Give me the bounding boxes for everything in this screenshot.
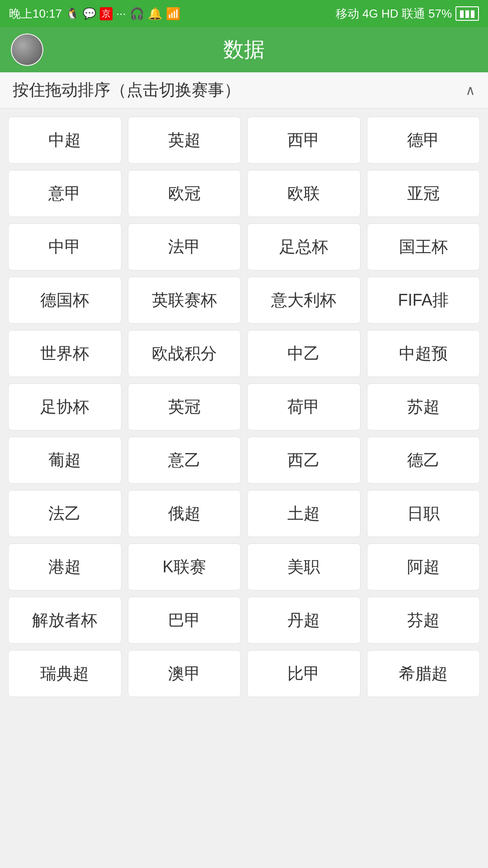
sort-bar[interactable]: 按住拖动排序（点击切换赛事） ∧: [0, 72, 488, 108]
league-item-25[interactable]: 意乙: [128, 437, 241, 484]
league-item-30[interactable]: 土超: [247, 490, 361, 537]
headphone-icon: 🎧: [130, 7, 144, 21]
wifi-icon: 📶: [166, 7, 180, 21]
league-item-21[interactable]: 英冠: [128, 383, 241, 430]
league-item-17[interactable]: 欧战积分: [128, 330, 241, 377]
time-display: 晚上10:17: [9, 6, 62, 22]
league-item-39[interactable]: 芬超: [367, 597, 480, 644]
league-item-23[interactable]: 苏超: [367, 383, 480, 430]
status-bar: 晚上10:17 🐧 💬 京 ··· 🎧 🔔 📶 移动 4G HD 联通 57% …: [0, 0, 488, 27]
avatar[interactable]: [11, 33, 43, 66]
league-item-36[interactable]: 解放者杯: [8, 597, 122, 644]
league-item-0[interactable]: 中超: [8, 117, 122, 164]
league-item-1[interactable]: 英超: [128, 117, 241, 164]
header: 数据: [0, 27, 488, 72]
alarm-icon: 🔔: [148, 7, 162, 21]
carrier-signal: 移动 4G HD 联通 57%: [336, 6, 452, 22]
league-item-38[interactable]: 丹超: [247, 597, 361, 644]
league-item-2[interactable]: 西甲: [247, 117, 361, 164]
league-item-24[interactable]: 葡超: [8, 437, 122, 484]
league-item-26[interactable]: 西乙: [247, 437, 361, 484]
league-item-13[interactable]: 英联赛杯: [128, 277, 241, 324]
league-item-7[interactable]: 亚冠: [367, 170, 480, 217]
battery-icon: ▮▮▮: [455, 6, 479, 21]
league-item-20[interactable]: 足协杯: [8, 383, 122, 430]
league-item-42[interactable]: 比甲: [247, 650, 361, 697]
league-item-6[interactable]: 欧联: [247, 170, 361, 217]
league-item-12[interactable]: 德国杯: [8, 277, 122, 324]
page-title: 数据: [223, 36, 265, 64]
league-item-28[interactable]: 法乙: [8, 490, 122, 537]
more-icon: ···: [116, 7, 126, 21]
league-item-11[interactable]: 国王杯: [367, 223, 480, 270]
league-item-31[interactable]: 日职: [367, 490, 480, 537]
status-right: 移动 4G HD 联通 57% ▮▮▮: [336, 6, 479, 22]
league-item-10[interactable]: 足总杯: [247, 223, 361, 270]
grid-container: 中超英超西甲德甲意甲欧冠欧联亚冠中甲法甲足总杯国王杯德国杯英联赛杯意大利杯FIF…: [0, 108, 488, 705]
league-item-8[interactable]: 中甲: [8, 223, 122, 270]
qq-icon: 🐧: [66, 7, 79, 20]
league-item-35[interactable]: 阿超: [367, 543, 480, 590]
league-item-32[interactable]: 港超: [8, 543, 122, 590]
sort-label: 按住拖动排序（点击切换赛事）: [13, 79, 240, 101]
avatar-image: [11, 33, 43, 66]
league-item-33[interactable]: K联赛: [128, 543, 241, 590]
league-item-34[interactable]: 美职: [247, 543, 361, 590]
league-item-18[interactable]: 中乙: [247, 330, 361, 377]
wechat-icon: 💬: [83, 7, 96, 20]
league-item-4[interactable]: 意甲: [8, 170, 122, 217]
league-item-9[interactable]: 法甲: [128, 223, 241, 270]
status-time: 晚上10:17 🐧 💬 京 ··· 🎧 🔔 📶: [9, 6, 180, 22]
league-item-27[interactable]: 德乙: [367, 437, 480, 484]
league-item-22[interactable]: 荷甲: [247, 383, 361, 430]
league-item-19[interactable]: 中超预: [367, 330, 480, 377]
jd-icon: 京: [100, 7, 113, 20]
league-grid: 中超英超西甲德甲意甲欧冠欧联亚冠中甲法甲足总杯国王杯德国杯英联赛杯意大利杯FIF…: [8, 117, 480, 697]
league-item-41[interactable]: 澳甲: [128, 650, 241, 697]
collapse-icon[interactable]: ∧: [465, 82, 475, 98]
league-item-3[interactable]: 德甲: [367, 117, 480, 164]
league-item-29[interactable]: 俄超: [128, 490, 241, 537]
league-item-40[interactable]: 瑞典超: [8, 650, 122, 697]
league-item-14[interactable]: 意大利杯: [247, 277, 361, 324]
league-item-43[interactable]: 希腊超: [367, 650, 480, 697]
league-item-16[interactable]: 世界杯: [8, 330, 122, 377]
league-item-37[interactable]: 巴甲: [128, 597, 241, 644]
league-item-5[interactable]: 欧冠: [128, 170, 241, 217]
league-item-15[interactable]: FIFA排: [367, 277, 480, 324]
